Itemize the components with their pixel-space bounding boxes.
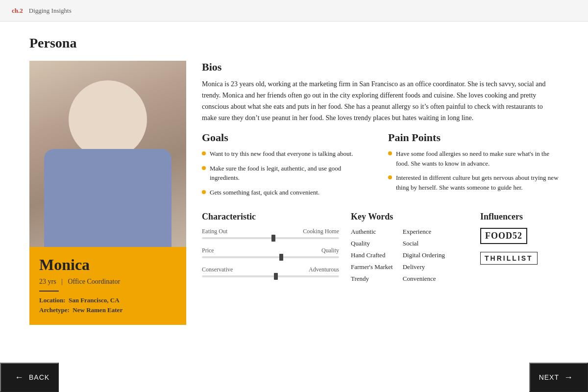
- keywords-col1: Authentic Quality Hand Crafted Farmer's …: [351, 228, 393, 283]
- slider-left-2: Price: [202, 247, 214, 254]
- characteristic-heading: Characteristic: [202, 212, 339, 222]
- persona-name: Monica: [39, 256, 176, 274]
- slider-price-labels: Price Quality: [202, 247, 339, 254]
- pain-list: Have some food allergies so need to make…: [388, 149, 559, 192]
- influencers-section: Influencers FOOD52 THRILLIST: [480, 212, 559, 285]
- slider-marker-1: [271, 235, 275, 242]
- right-column: Bios Monica is 23 years old, working at …: [202, 61, 559, 363]
- keyword-digital: Digital Ordering: [403, 251, 445, 259]
- keyword-social: Social: [403, 240, 445, 247]
- keywords-col2: Experience Social Digital Ordering Deliv…: [403, 228, 445, 283]
- next-button[interactable]: NEXT →: [529, 363, 588, 392]
- slider-eating-labels: Eating Out Cooking Home: [202, 228, 339, 235]
- keyword-authentic: Authentic: [351, 228, 393, 236]
- back-arrow-icon: ←: [15, 372, 24, 383]
- chapter-title: Digging Insights: [29, 7, 72, 15]
- slider-right-2: Quality: [321, 247, 339, 254]
- goal-text-1: Want to try this new food that everyone …: [210, 149, 353, 159]
- page-title: Persona: [29, 35, 559, 51]
- chapter-label: ch.2: [12, 7, 23, 15]
- thrillist-text: THRILLIST: [480, 252, 538, 265]
- topbar: ch.2 Digging Insights: [0, 0, 588, 22]
- persona-location: Location: San Francisco, CA: [39, 296, 176, 304]
- persona-photo: [29, 61, 186, 247]
- goals-heading: Goals: [202, 131, 372, 144]
- slider-marker-3: [274, 273, 278, 280]
- bios-heading: Bios: [202, 61, 559, 74]
- keyword-convenience: Convenience: [403, 275, 445, 283]
- bios-text: Monica is 23 years old, working at the m…: [202, 78, 559, 123]
- persona-meta: 23 yrs | Office Coordinator: [39, 278, 176, 286]
- goals-pain-row: Goals Want to try this new food that eve…: [202, 131, 559, 202]
- pain-text-1: Have some food allergies so need to make…: [396, 149, 559, 168]
- persona-role: Office Coordinator: [68, 278, 120, 285]
- pain-item-1: Have some food allergies so need to make…: [388, 149, 559, 168]
- slider-right-3: Adventurous: [309, 266, 339, 273]
- nav-spacer: [59, 363, 529, 392]
- content-row: Monica 23 yrs | Office Coordinator Locat…: [29, 61, 559, 363]
- back-button[interactable]: ← BACK: [0, 363, 59, 392]
- bios-section: Bios Monica is 23 years old, working at …: [202, 61, 559, 123]
- bullet-dot: [388, 175, 392, 179]
- slider-right-1: Cooking Home: [303, 228, 339, 235]
- left-column: Monica 23 yrs | Office Coordinator Locat…: [29, 61, 186, 363]
- keywords-section: Key Words Authentic Quality Hand Crafted…: [351, 212, 468, 285]
- keyword-delivery: Delivery: [403, 263, 445, 271]
- keyword-experience: Experience: [403, 228, 445, 236]
- persona-age: 23 yrs: [39, 278, 56, 285]
- location-label: Location:: [39, 296, 65, 304]
- keyword-handcrafted: Hand Crafted: [351, 251, 393, 259]
- keyword-farmersmarket: Farmer's Market: [351, 263, 393, 271]
- influencers-heading: Influencers: [480, 212, 559, 222]
- goal-text-2: Make sure the food is legit, authentic, …: [210, 164, 372, 183]
- goals-list: Want to try this new food that everyone …: [202, 149, 372, 197]
- pain-text-2: Interested in different culture but gets…: [396, 173, 559, 192]
- archetype-value: New Ramen Eater: [73, 306, 122, 314]
- slider-track-2: [202, 256, 339, 258]
- bullet-dot: [202, 166, 206, 170]
- main-content: Persona Monica 23 yrs | Office Coordinat…: [0, 22, 588, 363]
- persona-divider: [39, 291, 59, 292]
- next-arrow-icon: →: [564, 372, 573, 383]
- thrillist-logo: THRILLIST: [480, 252, 559, 265]
- keyword-trendy: Trendy: [351, 275, 393, 283]
- food52-text: FOOD52: [480, 228, 527, 244]
- keywords-heading: Key Words: [351, 212, 468, 222]
- slider-left-1: Eating Out: [202, 228, 227, 235]
- slider-left-3: Conservative: [202, 266, 233, 273]
- keywords-grid: Authentic Quality Hand Crafted Farmer's …: [351, 228, 468, 283]
- bullet-dot: [202, 190, 206, 194]
- next-label: NEXT: [539, 373, 559, 381]
- goals-section: Goals Want to try this new food that eve…: [202, 131, 372, 202]
- info-card: Monica 23 yrs | Office Coordinator Locat…: [29, 247, 186, 325]
- location-value: San Francisco, CA: [69, 296, 120, 304]
- goal-text-3: Gets something fast, quick and convenien…: [210, 188, 319, 197]
- slider-marker-2: [279, 254, 283, 261]
- persona-archetype: Archetype: New Ramen Eater: [39, 306, 176, 314]
- bottom-row: Characteristic Eating Out Cooking Home P…: [202, 212, 559, 285]
- pain-heading: Pain Points: [388, 131, 559, 144]
- goal-item-2: Make sure the food is legit, authentic, …: [202, 164, 372, 183]
- goal-item-3: Gets something fast, quick and convenien…: [202, 188, 372, 197]
- slider-eating-out: Eating Out Cooking Home: [202, 228, 339, 239]
- food52-logo: FOOD52: [480, 228, 559, 244]
- archetype-label: Archetype:: [39, 306, 70, 314]
- slider-track-1: [202, 237, 339, 239]
- keyword-quality: Quality: [351, 240, 393, 247]
- bullet-dot: [388, 151, 392, 155]
- slider-track-3: [202, 275, 339, 277]
- goal-item-1: Want to try this new food that everyone …: [202, 149, 372, 159]
- slider-conservative: Conservative Adventurous: [202, 266, 339, 277]
- characteristic-section: Characteristic Eating Out Cooking Home P…: [202, 212, 339, 285]
- slider-price: Price Quality: [202, 247, 339, 258]
- bullet-dot: [202, 151, 206, 155]
- slider-conservative-labels: Conservative Adventurous: [202, 266, 339, 273]
- bottom-nav: ← BACK NEXT →: [0, 363, 588, 392]
- pain-points-section: Pain Points Have some food allergies so …: [388, 131, 559, 202]
- back-label: BACK: [29, 373, 49, 381]
- pain-item-2: Interested in different culture but gets…: [388, 173, 559, 192]
